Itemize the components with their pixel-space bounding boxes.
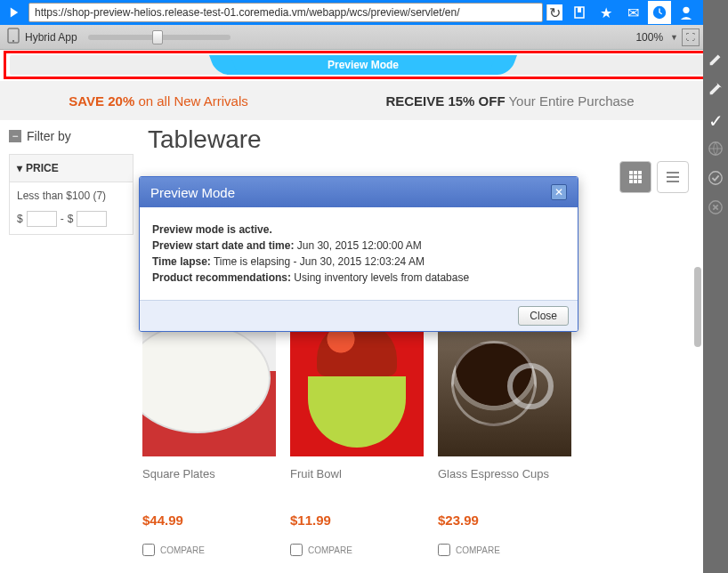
app-mode-label: Hybrid App (25, 31, 77, 44)
chevron-down-icon[interactable]: ▼ (670, 33, 678, 42)
preview-mode-label: Preview Mode (328, 59, 399, 71)
svg-rect-13 (634, 180, 637, 183)
product-card[interactable]: Square Plates $44.99 COMPARE (142, 314, 276, 556)
zoom-label: 100% (635, 31, 663, 44)
dialog-line-4-value: Using inventory levels from database (291, 271, 469, 284)
product-card[interactable]: Fruit Bowl $11.99 COMPARE (290, 314, 424, 556)
product-image (142, 314, 276, 456)
promo-left: SAVE 20% on all New Arrivals (69, 93, 247, 109)
product-image (438, 314, 571, 456)
svg-rect-6 (629, 171, 633, 174)
dialog-line-3-label: Time lapse: (152, 255, 211, 268)
svg-rect-17 (667, 181, 679, 182)
product-name: Square Plates (142, 467, 276, 480)
compare-label: COMPARE (308, 545, 352, 555)
currency-label: $ (17, 213, 23, 225)
price-min-input[interactable] (27, 211, 57, 227)
product-card[interactable]: Glass Espresso Cups $23.99 COMPARE (438, 314, 571, 556)
globe-x-icon[interactable] (708, 199, 724, 220)
chevron-down-icon: ▾ (17, 162, 22, 174)
list-view-button[interactable] (657, 161, 689, 193)
dialog-footer: Close (140, 300, 578, 331)
svg-rect-8 (638, 171, 642, 174)
svg-rect-7 (634, 171, 637, 174)
check-icon[interactable]: ✓ (708, 110, 724, 132)
view-toggle (619, 161, 689, 193)
url-input[interactable] (28, 3, 543, 22)
back-button[interactable] (4, 2, 25, 23)
browser-top-bar: ↻ ★ ✉ (0, 0, 728, 25)
clock-icon[interactable] (648, 1, 671, 24)
dialog-line-1: Preview mode is active. (152, 223, 272, 236)
filter-header-label: Filter by (27, 129, 71, 143)
width-slider[interactable] (88, 35, 231, 40)
price-input-row: $ - $ (17, 211, 125, 227)
compare-checkbox[interactable] (142, 544, 155, 556)
fit-icon[interactable]: ⛶ (682, 28, 700, 46)
preview-mode-pill[interactable]: Preview Mode (223, 55, 503, 75)
dialog-line-2-value: Jun 30, 2015 12:00:00 AM (294, 239, 421, 252)
device-sub-bar: Hybrid App 100% ▼ ⛶ ▥ (0, 25, 728, 50)
compare-checkbox[interactable] (438, 544, 450, 556)
svg-rect-11 (638, 175, 642, 179)
svg-point-19 (709, 172, 722, 184)
star-icon[interactable]: ★ (595, 1, 618, 24)
price-filter: ▾ PRICE Less than $100 (7) $ - $ (9, 154, 133, 235)
product-price: $44.99 (142, 512, 276, 528)
compare-control[interactable]: COMPARE (142, 544, 276, 556)
filter-sidebar: − Filter by ▾ PRICE Less than $100 (7) $… (9, 125, 133, 556)
svg-rect-16 (667, 176, 679, 178)
dialog-title: Preview Mode (150, 185, 235, 200)
price-filter-header[interactable]: ▾ PRICE (10, 155, 133, 182)
preview-banner: Preview Mode (10, 55, 716, 75)
svg-rect-9 (629, 175, 633, 179)
page-title: Tableware (148, 125, 698, 154)
globe-check-icon[interactable] (708, 170, 724, 190)
dialog-header: Preview Mode ✕ (140, 177, 578, 207)
price-max-input[interactable] (77, 211, 107, 227)
svg-rect-15 (667, 172, 679, 174)
mail-icon[interactable]: ✉ (621, 1, 644, 24)
reload-icon[interactable]: ↻ (546, 4, 562, 20)
dash: - (61, 213, 64, 225)
close-button[interactable]: Close (518, 306, 569, 326)
price-filter-body: Less than $100 (7) $ - $ (10, 182, 133, 234)
bookmark-icon[interactable] (568, 1, 591, 24)
dialog-body: Preview mode is active. Preview start da… (140, 207, 578, 300)
product-price: $23.99 (438, 512, 571, 528)
edit-icon[interactable] (708, 52, 724, 72)
dialog-line-3-value: Time is elapsing - Jun 30, 2015 12:03:24… (211, 255, 425, 268)
price-range-option[interactable]: Less than $100 (7) (17, 190, 125, 202)
top-icon-group: ★ ✉ (568, 1, 724, 24)
preview-mode-dialog: Preview Mode ✕ Preview mode is active. P… (139, 176, 578, 332)
product-grid: Square Plates $44.99 COMPARE Fruit Bowl … (142, 314, 698, 556)
dialog-close-icon[interactable]: ✕ (551, 184, 567, 200)
collapse-icon: − (9, 130, 21, 142)
promo-right-bold: RECEIVE 15% OFF (385, 93, 505, 109)
promo-right: RECEIVE 15% OFF Your Entire Purchase (385, 93, 634, 109)
compare-control[interactable]: COMPARE (438, 544, 571, 556)
scrollbar-thumb[interactable] (694, 267, 701, 347)
grid-view-button[interactable] (619, 161, 651, 193)
compare-label: COMPARE (160, 545, 205, 555)
currency-label: $ (68, 213, 74, 225)
filter-header[interactable]: − Filter by (9, 125, 133, 147)
svg-rect-14 (638, 180, 642, 183)
compare-control[interactable]: COMPARE (290, 544, 424, 556)
compare-checkbox[interactable] (290, 544, 303, 556)
user-icon[interactable] (675, 1, 698, 24)
dialog-line-4-label: Product recommendations: (152, 271, 291, 284)
promo-left-rest: on all New Arrivals (134, 93, 248, 109)
product-name: Glass Espresso Cups (438, 467, 571, 480)
promo-left-bold: SAVE 20% (69, 93, 134, 109)
globe-icon[interactable] (708, 141, 724, 161)
product-price: $11.99 (290, 512, 424, 528)
product-name: Fruit Bowl (290, 467, 424, 480)
tablet-icon (7, 28, 20, 46)
dialog-line-2-label: Preview start date and time: (152, 239, 294, 252)
svg-point-3 (683, 7, 689, 13)
promo-bar: SAVE 20% on all New Arrivals RECEIVE 15%… (0, 81, 703, 120)
slider-thumb[interactable] (152, 30, 163, 44)
edit-alt-icon[interactable] (708, 81, 724, 101)
preview-mode-highlight: Preview Mode (4, 51, 723, 79)
